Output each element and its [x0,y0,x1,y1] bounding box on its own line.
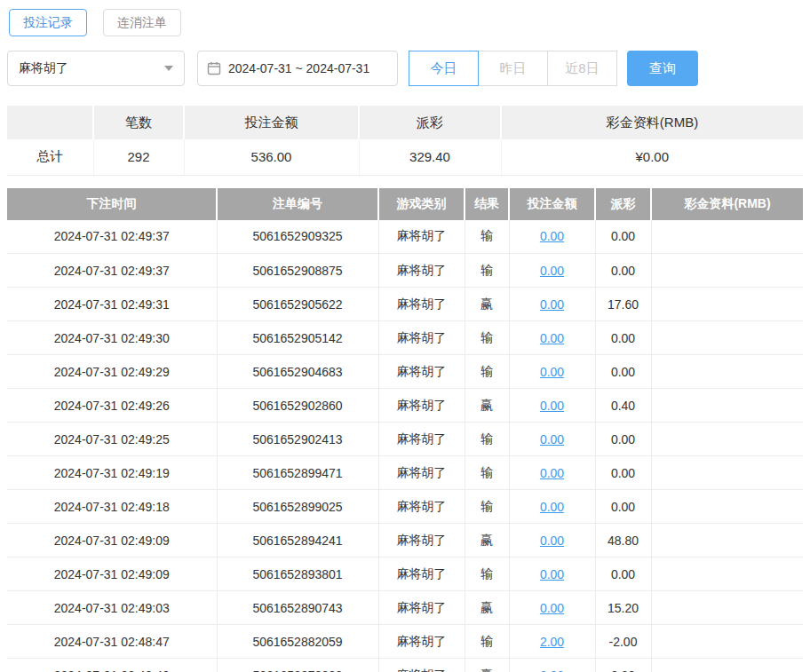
cell-game-type: 麻将胡了 [378,659,465,672]
cell-payout: 0.80 [595,659,651,672]
cell-result: 赢 [465,288,509,321]
cell-result: 输 [465,557,509,591]
cell-order-id: 5061652902413 [217,423,378,456]
bet-amount-link[interactable]: 0.00 [540,331,564,345]
bet-amount-link[interactable]: 0.00 [540,297,564,312]
cell-bet-time: 2024-07-31 02:49:25 [7,423,217,456]
cell-bet-time: 2024-07-31 02:48:40 [7,659,217,672]
cell-result: 赢 [465,389,509,423]
cell-order-id: 5061652882059 [217,625,378,659]
cell-game-type: 麻将胡了 [378,524,465,557]
cell-bonus [651,254,803,288]
cell-bonus [651,524,803,557]
bet-amount-link[interactable]: 0.00 [540,432,564,447]
table-row: 2024-07-31 02:49:375061652909325麻将胡了输0.0… [7,220,803,254]
table-row: 2024-07-31 02:49:265061652902860麻将胡了赢0.0… [7,389,803,423]
table-row: 2024-07-31 02:49:295061652904683麻将胡了输0.0… [7,355,803,389]
bet-amount-link[interactable]: 2.00 [540,635,564,649]
table-row: 2024-07-31 02:49:095061652894241麻将胡了赢0.0… [7,524,803,557]
bet-amount-link[interactable]: 0.00 [540,264,564,278]
summary-count-value: 292 [93,139,184,175]
cell-order-id: 5061652904683 [217,355,378,389]
bet-amount-link[interactable]: 0.00 [540,466,564,480]
cell-order-id: 5061652893801 [217,557,378,591]
table-row: 2024-07-31 02:48:405061652878383麻将胡了赢2.0… [7,659,803,672]
summary-bet-amount-value: 536.00 [184,139,359,175]
game-select-value: 麻将胡了 [19,60,68,76]
cell-payout: 0.00 [595,557,651,591]
header-bet-amount: 投注金额 [509,188,595,220]
search-button[interactable]: 查询 [627,51,698,86]
summary-table: 笔数 投注金额 派彩 彩金资料(RMB) 总计 292 536.00 329.4… [7,106,803,176]
date-range-picker[interactable]: 2024-07-31 ~ 2024-07-31 [197,51,398,86]
bet-amount-link[interactable]: 0.00 [540,534,564,548]
bet-amount-link[interactable]: 0.00 [540,500,564,514]
table-row: 2024-07-31 02:49:095061652893801麻将胡了输0.0… [7,557,803,591]
cell-bonus [651,389,803,423]
cell-game-type: 麻将胡了 [378,355,465,389]
cell-result: 输 [465,220,509,254]
cell-bet-amount: 0.00 [509,423,595,456]
cell-result: 赢 [465,591,509,625]
quick-button-last8days[interactable]: 近8日 [547,51,617,86]
summary-payout-value: 329.40 [359,139,501,175]
bet-amount-link[interactable]: 0.00 [540,601,564,615]
header-bet-time: 下注时间 [7,188,217,220]
bet-amount-link[interactable]: 2.00 [540,668,564,672]
cell-game-type: 麻将胡了 [378,288,465,321]
cell-payout: 0.00 [595,355,651,389]
quick-button-today[interactable]: 今日 [409,51,479,86]
cell-result: 赢 [465,659,509,672]
cell-bonus [651,220,803,254]
bet-amount-link[interactable]: 0.00 [540,567,564,581]
cell-payout: -2.00 [595,625,651,659]
cell-payout: 0.00 [595,423,651,456]
cell-bet-amount: 0.00 [509,591,595,625]
cell-bet-amount: 0.00 [509,355,595,389]
cell-result: 输 [465,321,509,355]
cell-result: 输 [465,423,509,456]
cell-order-id: 5061652890743 [217,591,378,625]
cell-bet-time: 2024-07-31 02:49:37 [7,220,217,254]
cell-order-id: 5061652905622 [217,288,378,321]
cell-payout: 17.60 [595,288,651,321]
summary-header-count: 笔数 [93,106,184,139]
cell-bonus [651,355,803,389]
bet-amount-link[interactable]: 0.00 [540,399,564,413]
cell-game-type: 麻将胡了 [378,591,465,625]
cell-order-id: 5061652909325 [217,220,378,254]
quick-button-yesterday[interactable]: 昨日 [478,51,548,86]
cell-order-id: 5061652908875 [217,254,378,288]
cell-bet-amount: 0.00 [509,524,595,557]
cell-bet-amount: 0.00 [509,557,595,591]
bet-amount-link[interactable]: 0.00 [540,229,564,243]
table-row: 2024-07-31 02:49:255061652902413麻将胡了输0.0… [7,423,803,456]
cell-order-id: 5061652905142 [217,321,378,355]
summary-header-empty [7,106,93,139]
cell-payout: 0.00 [595,220,651,254]
cell-result: 输 [465,625,509,659]
cell-order-id: 5061652899471 [217,456,378,490]
table-row: 2024-07-31 02:48:475061652882059麻将胡了输2.0… [7,625,803,659]
cell-bet-amount: 0.00 [509,456,595,490]
cell-bonus [651,659,803,672]
tab-cancelled-orders[interactable]: 连消注单 [103,9,181,36]
summary-bonus-value: ¥0.00 [501,139,803,175]
bet-amount-link[interactable]: 0.00 [540,365,564,379]
cell-order-id: 5061652899025 [217,490,378,524]
cell-result: 输 [465,456,509,490]
cell-bet-time: 2024-07-31 02:49:26 [7,389,217,423]
table-row: 2024-07-31 02:49:195061652899471麻将胡了输0.0… [7,456,803,490]
date-range-value: 2024-07-31 ~ 2024-07-31 [228,61,369,75]
cell-bet-time: 2024-07-31 02:49:03 [7,591,217,625]
bet-table-header-row: 下注时间 注单编号 游戏类别 结果 投注金额 派彩 彩金资料(RMB) [7,188,803,220]
cell-bet-time: 2024-07-31 02:48:47 [7,625,217,659]
cell-payout: 0.00 [595,490,651,524]
tab-bet-records[interactable]: 投注记录 [9,9,87,36]
cell-bonus [651,321,803,355]
cell-order-id: 5061652902860 [217,389,378,423]
cell-bet-amount: 0.00 [509,220,595,254]
filter-row: 麻将胡了 2024-07-31 ~ 2024-07-31 今日 昨日 近8日 查… [7,51,803,86]
game-select[interactable]: 麻将胡了 [7,51,185,86]
cell-game-type: 麻将胡了 [378,321,465,355]
